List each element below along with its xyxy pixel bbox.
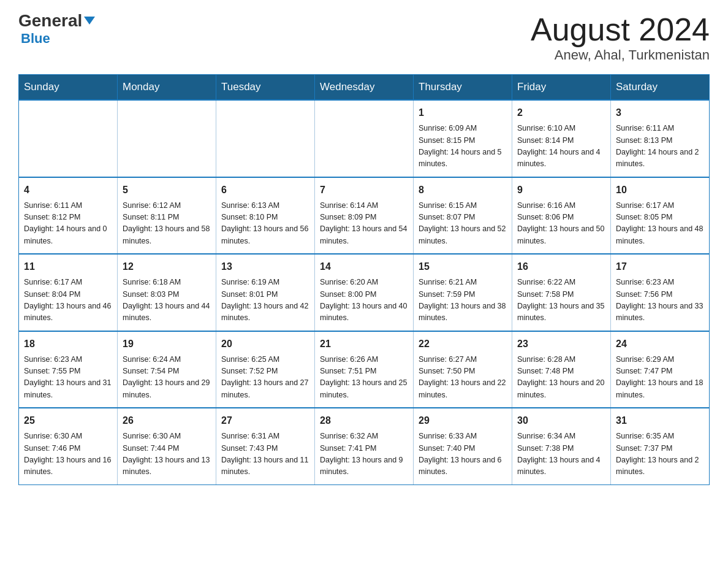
day-header-wednesday: Wednesday — [315, 75, 414, 101]
calendar-day-12: 12Sunrise: 6:18 AMSunset: 8:03 PMDayligh… — [118, 254, 216, 331]
day-number: 9 — [517, 183, 605, 197]
calendar-day-6: 6Sunrise: 6:13 AMSunset: 8:10 PMDaylight… — [216, 177, 315, 255]
day-info: Sunrise: 6:28 AMSunset: 7:48 PMDaylight:… — [517, 354, 605, 402]
day-info: Sunrise: 6:21 AMSunset: 7:59 PMDaylight:… — [419, 277, 507, 324]
calendar-day-4: 4Sunrise: 6:11 AMSunset: 8:12 PMDaylight… — [19, 177, 118, 255]
calendar-day-15: 15Sunrise: 6:21 AMSunset: 7:59 PMDayligh… — [414, 254, 512, 331]
day-number: 5 — [123, 183, 211, 197]
day-info: Sunrise: 6:25 AMSunset: 7:52 PMDaylight:… — [221, 354, 309, 402]
day-info: Sunrise: 6:11 AMSunset: 8:13 PMDaylight:… — [616, 123, 704, 170]
calendar-day-8: 8Sunrise: 6:15 AMSunset: 8:07 PMDaylight… — [414, 177, 512, 255]
day-info: Sunrise: 6:17 AMSunset: 8:04 PMDaylight:… — [24, 277, 112, 324]
day-info: Sunrise: 6:30 AMSunset: 7:46 PMDaylight:… — [24, 431, 112, 478]
day-number: 4 — [24, 183, 112, 197]
day-info: Sunrise: 6:23 AMSunset: 7:55 PMDaylight:… — [24, 354, 112, 402]
day-number: 8 — [419, 183, 507, 197]
calendar-day-31: 31Sunrise: 6:35 AMSunset: 7:37 PMDayligh… — [611, 408, 710, 484]
day-info: Sunrise: 6:32 AMSunset: 7:41 PMDaylight:… — [320, 431, 408, 478]
day-number: 14 — [320, 259, 408, 274]
calendar-day-28: 28Sunrise: 6:32 AMSunset: 7:41 PMDayligh… — [315, 408, 414, 484]
day-number: 20 — [221, 337, 309, 351]
day-number: 12 — [123, 259, 211, 274]
calendar-day-16: 16Sunrise: 6:22 AMSunset: 7:58 PMDayligh… — [512, 254, 611, 331]
day-header-friday: Friday — [512, 75, 611, 101]
calendar-day-30: 30Sunrise: 6:34 AMSunset: 7:38 PMDayligh… — [512, 408, 611, 484]
day-info: Sunrise: 6:30 AMSunset: 7:44 PMDaylight:… — [123, 431, 211, 478]
day-number: 28 — [320, 413, 408, 428]
day-number: 26 — [123, 413, 211, 428]
day-info: Sunrise: 6:34 AMSunset: 7:38 PMDaylight:… — [517, 431, 605, 478]
day-info: Sunrise: 6:10 AMSunset: 8:14 PMDaylight:… — [517, 123, 605, 170]
day-header-saturday: Saturday — [611, 75, 710, 101]
calendar-day-23: 23Sunrise: 6:28 AMSunset: 7:48 PMDayligh… — [512, 331, 611, 408]
calendar-day-7: 7Sunrise: 6:14 AMSunset: 8:09 PMDaylight… — [315, 177, 414, 255]
calendar-day-24: 24Sunrise: 6:29 AMSunset: 7:47 PMDayligh… — [611, 331, 710, 408]
day-number: 24 — [616, 337, 704, 351]
day-info: Sunrise: 6:09 AMSunset: 8:15 PMDaylight:… — [419, 123, 507, 170]
calendar-week-row: 11Sunrise: 6:17 AMSunset: 8:04 PMDayligh… — [19, 254, 710, 331]
day-number: 11 — [24, 259, 112, 274]
day-info: Sunrise: 6:24 AMSunset: 7:54 PMDaylight:… — [123, 354, 211, 402]
calendar-subtitle: Anew, Ahal, Turkmenistan — [531, 47, 710, 63]
calendar-day-19: 19Sunrise: 6:24 AMSunset: 7:54 PMDayligh… — [118, 331, 216, 408]
day-number: 27 — [221, 413, 309, 428]
day-info: Sunrise: 6:14 AMSunset: 8:09 PMDaylight:… — [320, 200, 408, 248]
day-info: Sunrise: 6:11 AMSunset: 8:12 PMDaylight:… — [24, 200, 112, 248]
day-number: 3 — [616, 105, 704, 120]
page-header: General Blue August 2024 Anew, Ahal, Tur… — [18, 12, 710, 63]
day-number: 7 — [320, 183, 408, 197]
logo-blue-text: Blue — [21, 31, 50, 47]
day-number: 23 — [517, 337, 605, 351]
day-info: Sunrise: 6:19 AMSunset: 8:01 PMDaylight:… — [221, 277, 309, 324]
day-number: 10 — [616, 183, 704, 197]
day-number: 6 — [221, 183, 309, 197]
logo: General Blue — [18, 12, 95, 47]
calendar-day-27: 27Sunrise: 6:31 AMSunset: 7:43 PMDayligh… — [216, 408, 315, 484]
day-info: Sunrise: 6:20 AMSunset: 8:00 PMDaylight:… — [320, 277, 408, 324]
day-info: Sunrise: 6:12 AMSunset: 8:11 PMDaylight:… — [123, 200, 211, 248]
day-info: Sunrise: 6:15 AMSunset: 8:07 PMDaylight:… — [419, 200, 507, 248]
calendar-day-14: 14Sunrise: 6:20 AMSunset: 8:00 PMDayligh… — [315, 254, 414, 331]
calendar-day-21: 21Sunrise: 6:26 AMSunset: 7:51 PMDayligh… — [315, 331, 414, 408]
calendar-day-18: 18Sunrise: 6:23 AMSunset: 7:55 PMDayligh… — [19, 331, 118, 408]
calendar-day-17: 17Sunrise: 6:23 AMSunset: 7:56 PMDayligh… — [611, 254, 710, 331]
calendar-table: SundayMondayTuesdayWednesdayThursdayFrid… — [18, 74, 710, 485]
day-number: 25 — [24, 413, 112, 428]
calendar-day-5: 5Sunrise: 6:12 AMSunset: 8:11 PMDaylight… — [118, 177, 216, 255]
day-number: 15 — [419, 259, 507, 274]
calendar-week-row: 4Sunrise: 6:11 AMSunset: 8:12 PMDaylight… — [19, 177, 710, 255]
day-info: Sunrise: 6:33 AMSunset: 7:40 PMDaylight:… — [419, 431, 507, 478]
calendar-day-1: 1Sunrise: 6:09 AMSunset: 8:15 PMDaylight… — [414, 100, 512, 177]
day-info: Sunrise: 6:23 AMSunset: 7:56 PMDaylight:… — [616, 277, 704, 324]
day-header-thursday: Thursday — [414, 75, 512, 101]
day-number: 19 — [123, 337, 211, 351]
day-info: Sunrise: 6:29 AMSunset: 7:47 PMDaylight:… — [616, 354, 704, 402]
calendar-day-10: 10Sunrise: 6:17 AMSunset: 8:05 PMDayligh… — [611, 177, 710, 255]
day-number: 16 — [517, 259, 605, 274]
calendar-title: August 2024 — [531, 12, 710, 47]
day-number: 29 — [419, 413, 507, 428]
calendar-empty-cell — [315, 100, 414, 177]
day-header-sunday: Sunday — [19, 75, 118, 101]
day-header-monday: Monday — [118, 75, 216, 101]
day-info: Sunrise: 6:17 AMSunset: 8:05 PMDaylight:… — [616, 200, 704, 248]
calendar-week-row: 18Sunrise: 6:23 AMSunset: 7:55 PMDayligh… — [19, 331, 710, 408]
day-number: 1 — [419, 105, 507, 120]
day-number: 30 — [517, 413, 605, 428]
day-number: 31 — [616, 413, 704, 428]
calendar-day-11: 11Sunrise: 6:17 AMSunset: 8:04 PMDayligh… — [19, 254, 118, 331]
logo-general-text: General — [18, 12, 95, 29]
day-number: 21 — [320, 337, 408, 351]
day-info: Sunrise: 6:27 AMSunset: 7:50 PMDaylight:… — [419, 354, 507, 402]
calendar-day-26: 26Sunrise: 6:30 AMSunset: 7:44 PMDayligh… — [118, 408, 216, 484]
calendar-empty-cell — [19, 100, 118, 177]
calendar-day-13: 13Sunrise: 6:19 AMSunset: 8:01 PMDayligh… — [216, 254, 315, 331]
calendar-header-row: SundayMondayTuesdayWednesdayThursdayFrid… — [19, 75, 710, 101]
title-area: August 2024 Anew, Ahal, Turkmenistan — [531, 12, 710, 63]
calendar-day-3: 3Sunrise: 6:11 AMSunset: 8:13 PMDaylight… — [611, 100, 710, 177]
day-number: 18 — [24, 337, 112, 351]
calendar-day-22: 22Sunrise: 6:27 AMSunset: 7:50 PMDayligh… — [414, 331, 512, 408]
day-info: Sunrise: 6:26 AMSunset: 7:51 PMDaylight:… — [320, 354, 408, 402]
calendar-day-29: 29Sunrise: 6:33 AMSunset: 7:40 PMDayligh… — [414, 408, 512, 484]
day-info: Sunrise: 6:31 AMSunset: 7:43 PMDaylight:… — [221, 431, 309, 478]
